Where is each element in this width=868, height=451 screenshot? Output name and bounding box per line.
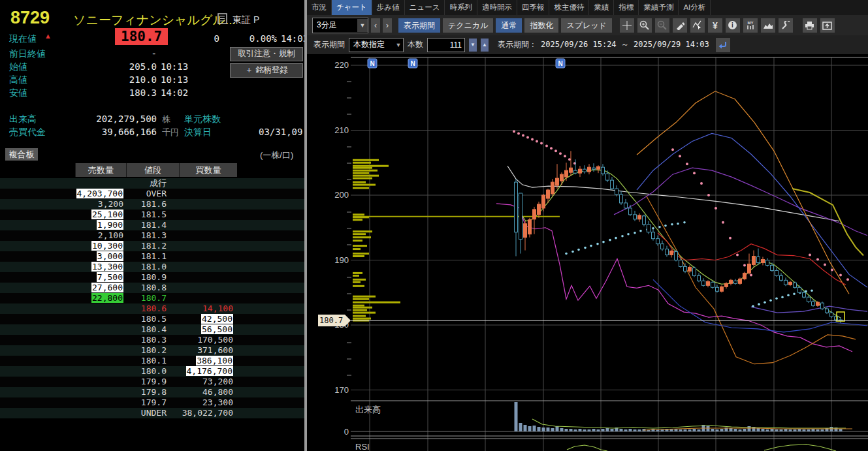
order-book-row[interactable]: 2,100181.3 [0, 230, 304, 241]
order-book-row[interactable]: 180.456,500 [0, 324, 304, 335]
popup-icon[interactable] [820, 18, 835, 33]
period-mode-select[interactable]: 本数指定 ▼ [349, 38, 404, 52]
pencil-icon[interactable] [673, 18, 687, 33]
sar-cyan-1 [615, 237, 617, 240]
crosshair-icon[interactable] [620, 18, 634, 33]
sell-qty-cell: 3,200 [75, 199, 123, 210]
sell-qty: 1,900 [97, 220, 123, 230]
tab-9[interactable]: 指標 [614, 0, 639, 15]
prev-close-value: - [104, 48, 157, 59]
sell-qty-cell [75, 408, 123, 418]
order-book-row[interactable]: 179.973,200 [0, 377, 304, 387]
sar-pink-2 [686, 163, 688, 165]
low-value: 180.3 [104, 87, 157, 98]
tab-8[interactable]: 業績 [589, 0, 614, 15]
order-book-row[interactable]: 179.723,300 [0, 397, 304, 408]
svg-text:出来高: 出来高 [355, 405, 381, 414]
sar-pink-2 [700, 182, 703, 185]
sell-qty-cell: 3,000 [75, 251, 123, 262]
order-book-row[interactable]: 27,600180.8 [0, 283, 304, 293]
tab-7[interactable]: 株主優待 [549, 0, 589, 15]
cursor-chart-icon[interactable] [690, 18, 705, 33]
buy-qty-cell [178, 262, 233, 272]
order-book-row[interactable]: 1,900181.4 [0, 220, 304, 230]
sar-cyan-1 [658, 226, 661, 228]
order-book-row[interactable]: 180.614,100 [0, 303, 304, 314]
tab-10[interactable]: 業績予測 [639, 0, 679, 15]
document-icon[interactable] [217, 13, 228, 24]
order-book-row[interactable]: 7,500180.9 [0, 272, 304, 283]
open-label: 始値 [9, 61, 27, 73]
count-up-button[interactable]: ▲ [481, 39, 489, 52]
toolbar-button-表示期間[interactable]: 表示期間 [398, 18, 440, 33]
market-segment: 東証 P [233, 14, 259, 26]
toolbar-button-通常[interactable]: 通常 [496, 18, 522, 33]
zoom-out-icon[interactable] [655, 18, 669, 33]
toolbar-button-テクニカル[interactable]: テクニカル [443, 18, 493, 33]
high-label: 高値 [9, 74, 27, 86]
tab-composite-board[interactable]: 複合板 [5, 148, 38, 161]
order-book-row[interactable]: 180.2371,600 [0, 345, 304, 356]
tab-6[interactable]: 四季報 [517, 0, 550, 15]
sell-qty: 13,300 [91, 262, 123, 272]
count-down-button[interactable]: ▼ [469, 39, 477, 52]
order-book-row[interactable]: 180.3170,500 [0, 335, 304, 345]
interval-select[interactable]: 3分足 ▼ [312, 18, 368, 33]
buy-qty-cell: 14,100 [178, 303, 233, 314]
sar-pink-3 [809, 254, 811, 257]
register-stock-button[interactable]: ＋ 銘柄登録 [230, 63, 303, 78]
tab-1[interactable]: チャート [332, 0, 372, 15]
tab-5[interactable]: 適時開示 [477, 0, 517, 15]
turnover-label: 売買代金 [9, 127, 46, 138]
price-cell: 181.0 [125, 262, 167, 272]
unit-shares-label: 単元株数 [184, 114, 221, 125]
tab-4[interactable]: 時系列 [445, 0, 477, 15]
order-book-row[interactable]: 10,300181.2 [0, 241, 304, 251]
tab-2[interactable]: 歩み値 [372, 0, 405, 15]
buy-qty-cell [178, 251, 233, 262]
area-chart-icon[interactable] [761, 18, 775, 33]
next-button[interactable]: › [383, 18, 392, 33]
sar-cyan-1 [639, 230, 642, 232]
zoom-in-icon[interactable] [637, 18, 652, 33]
column-header-price[interactable]: 値段 [126, 163, 179, 177]
prev-button[interactable]: ‹ [371, 18, 380, 33]
price-cell: 180.0 [125, 366, 167, 377]
sar-pink-2 [736, 254, 739, 257]
order-book-row[interactable]: 4,203,700OVER [0, 189, 304, 199]
order-book-row[interactable]: 3,200181.6 [0, 199, 304, 210]
column-header-buy[interactable]: 買数量 [179, 163, 237, 177]
order-book-row[interactable]: 180.04,176,700 [0, 366, 304, 377]
printer-icon[interactable] [803, 18, 817, 33]
order-book-row[interactable]: 180.1386,100 [0, 356, 304, 366]
toolbar-button-指数化[interactable]: 指数化 [524, 18, 558, 33]
trade-warning-button[interactable]: 取引注意・規制 [230, 47, 303, 61]
low-time: 14:02 [161, 87, 188, 98]
my-indicator-icon[interactable]: MY [743, 18, 758, 33]
toolbar-button-スプレッド[interactable]: スプレッド [561, 18, 611, 33]
tab-11[interactable]: AI分析 [679, 0, 711, 15]
tab-0[interactable]: 市況 [307, 0, 332, 15]
order-book-row[interactable]: 25,100181.5 [0, 210, 304, 220]
order-book-row[interactable]: 3,000181.1 [0, 251, 304, 262]
order-book-row[interactable]: 13,300181.0 [0, 262, 304, 272]
order-book-row[interactable]: 180.542,500 [0, 314, 304, 324]
info-icon[interactable]: i [726, 18, 740, 33]
order-book-row[interactable]: 22,800180.7 [0, 293, 304, 303]
sell-qty: 3,200 [98, 199, 123, 209]
order-book-row[interactable]: UNDER38,022,700 [0, 408, 304, 418]
wrench-icon[interactable] [779, 18, 793, 33]
reset-period-button[interactable] [716, 38, 730, 52]
tab-3[interactable]: ニュース [405, 0, 445, 15]
order-book-row[interactable]: 179.846,800 [0, 387, 304, 397]
sar-pink-3 [839, 273, 842, 276]
price-cell: 180.4 [125, 324, 167, 335]
now-label: 現在値 [9, 33, 37, 45]
bar-count-input[interactable]: 111 [427, 38, 465, 52]
column-header-sell[interactable]: 売数量 [75, 163, 126, 177]
quote-panel: 8729 ソニーフィナンシャルグル... 東証 P 現在値 ▲ 180.7 0 … [0, 0, 304, 451]
yen-icon[interactable]: ¥ [708, 18, 722, 33]
order-book-row[interactable]: 成行 [0, 178, 304, 189]
price-cell: 180.6 [125, 303, 167, 314]
price-chart[interactable]: 220210200190180170出来高0RSI180.7NNN [307, 54, 868, 451]
